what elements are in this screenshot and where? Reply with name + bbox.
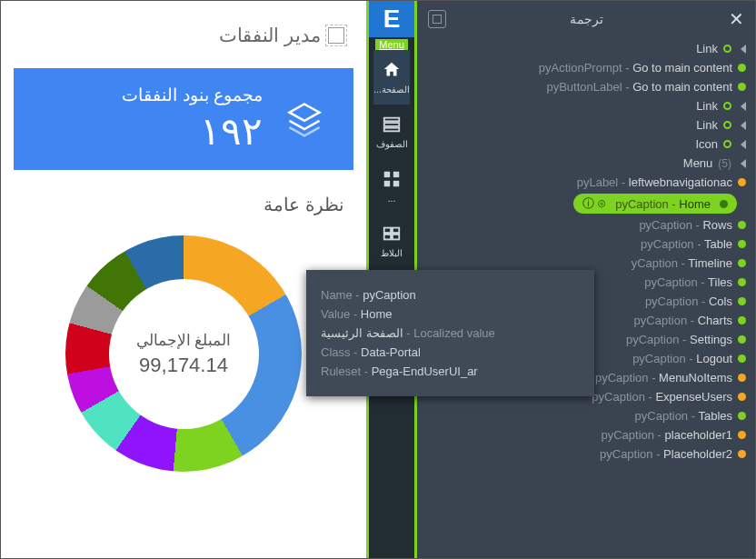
- app-title-bar: مدير النفقات: [1, 1, 366, 61]
- status-dot: [738, 221, 746, 229]
- svg-rect-10: [393, 235, 399, 240]
- card-value: ١٩٢: [122, 109, 263, 154]
- status-dot: [738, 83, 746, 91]
- tree-node[interactable]: Link: [417, 39, 755, 58]
- tree-node-selected[interactable]: ⓘ ⊙pyCaption - Home: [573, 194, 737, 214]
- nav-label: البلاط: [381, 248, 403, 258]
- crop-icon: [328, 27, 344, 44]
- svg-rect-7: [384, 228, 391, 234]
- tree-node[interactable]: Icon: [417, 135, 755, 154]
- svg-rect-3: [384, 172, 390, 177]
- status-dot: [738, 178, 746, 186]
- tree-node[interactable]: pyCaption - Placeholder2: [417, 444, 755, 464]
- caret-icon[interactable]: [741, 159, 746, 168]
- panel-header: ترجمة ✕: [417, 1, 755, 37]
- svg-rect-0: [384, 118, 400, 122]
- caret-icon[interactable]: [741, 140, 746, 149]
- svg-rect-8: [393, 228, 399, 234]
- status-dot: [738, 412, 746, 420]
- status-dot: [723, 45, 731, 53]
- tree-node[interactable]: pyCaption - Tables: [417, 406, 755, 425]
- tree-node[interactable]: pyButtonLabel - Go to main content: [417, 77, 755, 96]
- status-dot: [738, 316, 746, 324]
- status-dot: [738, 240, 746, 248]
- bricks-icon: [382, 224, 402, 244]
- tree-node[interactable]: pyLabel - leftwebnavigationac: [417, 173, 755, 192]
- status-dot: [723, 121, 731, 129]
- donut-center: المبلغ الإجمالي 99,174.14: [136, 331, 232, 377]
- donut-value: 99,174.14: [136, 354, 232, 377]
- card-title: مجموع بنود النفقات: [122, 85, 263, 105]
- caret-icon[interactable]: [741, 102, 746, 111]
- tree-node[interactable]: Link: [417, 115, 755, 135]
- status-dot: [738, 278, 746, 286]
- info-icon[interactable]: ⓘ ⊙: [582, 195, 607, 212]
- rows-icon: [382, 115, 402, 135]
- app-title: مدير النفقات: [219, 25, 321, 46]
- caret-icon[interactable]: [741, 45, 746, 54]
- tree-node[interactable]: pyCaption - Rows: [417, 215, 755, 235]
- status-dot: [738, 259, 746, 267]
- menu-tag[interactable]: Menu: [375, 39, 408, 50]
- home-icon: [382, 60, 402, 80]
- overview-title: نظرة عامة: [1, 183, 366, 226]
- nav-item-bricks[interactable]: البلاط: [373, 214, 409, 268]
- svg-rect-9: [384, 235, 391, 240]
- status-dot: [738, 393, 746, 401]
- tree-node[interactable]: Link: [417, 96, 755, 115]
- svg-rect-5: [384, 181, 390, 186]
- status-dot: [738, 431, 746, 439]
- property-tooltip: Name - pyCaption Value - Home الصفحة الر…: [306, 270, 594, 396]
- nav-label: ...الصفحة: [373, 85, 409, 95]
- expand-icon[interactable]: [428, 10, 446, 28]
- donut-label: المبلغ الإجمالي: [136, 331, 232, 350]
- layers-icon: [281, 95, 328, 143]
- tree-node[interactable]: pyCaption - Table: [417, 235, 755, 254]
- panel-title: ترجمة: [570, 12, 603, 26]
- brand-icon[interactable]: E: [369, 1, 414, 37]
- status-dot: [738, 354, 746, 363]
- close-icon[interactable]: ✕: [729, 8, 744, 30]
- tree-node[interactable]: Menu(5): [417, 154, 755, 173]
- status-dot: [723, 140, 731, 148]
- svg-rect-4: [393, 172, 399, 177]
- status-dot: [738, 335, 746, 344]
- status-dot: [723, 102, 731, 110]
- caret-icon[interactable]: [741, 121, 746, 130]
- svg-rect-1: [384, 123, 400, 126]
- svg-rect-6: [393, 181, 399, 186]
- tiles-icon: [382, 169, 402, 189]
- nav-item-tiles[interactable]: ...: [373, 159, 409, 214]
- tree-node[interactable]: pyActionPrompt - Go to main content: [417, 58, 755, 77]
- svg-rect-2: [384, 128, 400, 132]
- status-dot: [738, 450, 746, 458]
- nav-item-home[interactable]: ...الصفحة: [373, 50, 409, 105]
- tree-node[interactable]: pyCaption - placeholder1: [417, 425, 755, 444]
- status-dot: [738, 297, 746, 305]
- nav-label: ...: [388, 194, 395, 204]
- status-dot: [738, 374, 746, 382]
- status-dot: [738, 64, 746, 72]
- summary-card[interactable]: مجموع بنود النفقات ١٩٢: [14, 68, 353, 170]
- nav-item-rows[interactable]: الصفوف: [373, 105, 409, 159]
- nav-label: الصفوف: [376, 139, 408, 149]
